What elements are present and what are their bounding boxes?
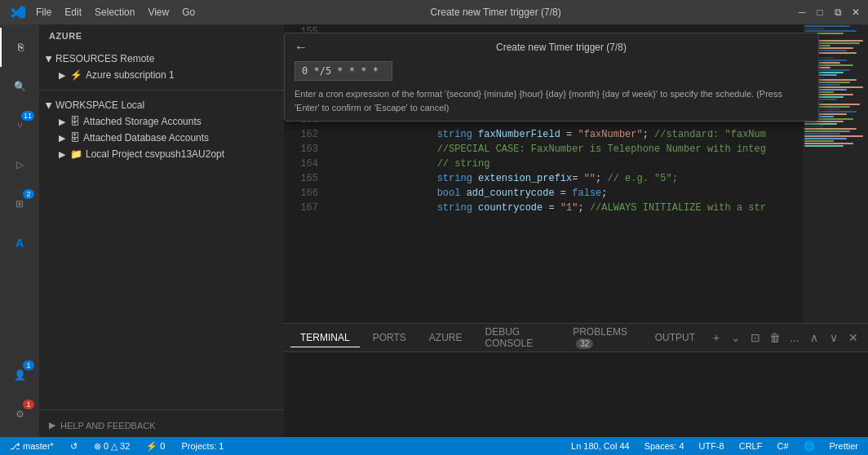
menu-view[interactable]: View [148,7,169,18]
source-control-icon: ⑂ [17,120,23,131]
tab-output[interactable]: OUTPUT [645,329,705,347]
new-terminal-button[interactable]: + [708,329,724,346]
accounts-badge: 1 [23,360,34,370]
panel-down-button[interactable]: ∨ [826,329,842,346]
activity-settings[interactable]: ⚙ 1 [0,395,39,434]
popup-header: ← Create new Timer trigger (7/8) [294,40,808,55]
split-button[interactable]: ⧉ [832,7,844,18]
menu-go[interactable]: Go [182,7,195,18]
activity-accounts[interactable]: 👤 1 [0,356,39,395]
title-bar: File Edit Selection View Go Create new T… [0,0,868,24]
activity-extensions[interactable]: ⊞ 2 [0,184,39,223]
resources-section-header[interactable]: ▶ RESOURCES Remote [39,51,284,67]
maximize-button[interactable]: □ [814,7,826,18]
line-ending-status[interactable]: CRLF [736,441,766,451]
help-label: HELP AND FEEDBACK [60,421,156,431]
timer-trigger-popup: ← Create new Timer trigger (7/8) Enter a… [284,33,819,121]
line-num-162: 162 [284,127,318,142]
title-bar-center: Create new Timer trigger (7/8) [431,7,561,18]
tab-debug-console[interactable]: DEBUG CONSOLE [475,323,560,353]
terminal-actions: + ⌄ ⊡ 🗑 ... ∧ ∨ ✕ [708,329,861,346]
problems-badge: 32 [576,338,593,349]
status-bar: ⎇ master* ↺ ⊗ 0 △ 32 ⚡ 0 Projects: 1 Ln … [0,437,868,455]
panel-up-button[interactable]: ∧ [806,329,822,346]
spaces-status[interactable]: Spaces: 4 [641,441,688,451]
status-bar-left: ⎇ master* ↺ ⊗ 0 △ 32 ⚡ 0 Projects: 1 [7,441,227,452]
activity-run-debug[interactable]: ▷ [0,145,39,184]
language-label: C# [777,441,788,451]
activity-explorer[interactable]: ⎘ [0,28,39,67]
activity-status[interactable]: ⚡ 0 [143,441,168,452]
sidebar-spacer [39,166,284,406]
accounts-icon: 👤 [14,369,26,381]
line-num-165: 165 [284,171,318,186]
attached-database-label: Attached Database Accounts [83,132,209,144]
run-debug-icon: ▷ [16,159,24,170]
activity-bottom: 👤 1 ⚙ 1 [0,356,39,437]
maximize-panel-button[interactable]: ⊡ [747,329,764,346]
activity-azure[interactable]: A [0,223,39,263]
storage-icon: 🗄 [70,116,80,127]
cursor-position-label: Ln 180, Col 44 [571,441,630,451]
delete-terminal-button[interactable]: 🗑 [767,329,783,346]
azure-subscription-item[interactable]: ▶ ⚡ Azure subscription 1 [39,67,284,83]
activity-status-icon: ⚡ [146,441,157,452]
explorer-icon: ⎘ [18,42,24,53]
warning-icon: △ [111,441,117,452]
menu-edit[interactable]: Edit [64,7,82,18]
tab-ports[interactable]: PORTS [363,329,416,347]
minimize-button[interactable]: ─ [796,7,808,18]
line-num-164: 164 [284,157,318,171]
local-project-item[interactable]: ▶ 📁 Local Project csvpush13AU2opt [39,146,284,162]
workspace-section-header[interactable]: ▶ WORKSPACE Local [39,97,284,113]
errors-status[interactable]: ⊗ 0 △ 32 [91,441,133,452]
line-num-167: 167 [284,201,318,215]
more-actions-button[interactable]: ... [786,329,803,346]
close-button[interactable]: ✕ [850,7,861,18]
menu-selection[interactable]: Selection [95,7,135,18]
lightning-icon: ⚡ [70,69,82,81]
activity-bar: ⎘ 🔍 ⑂ 11 ▷ ⊞ 2 A 👤 1 ⚙ 1 [0,24,39,437]
prettier-status[interactable]: Prettier [826,441,861,451]
projects-status[interactable]: Projects: 1 [178,441,227,451]
encoding-status[interactable]: UTF-8 [696,441,728,451]
help-feedback[interactable]: ▶ HELP AND FEEDBACK [39,413,284,437]
split-terminal-button[interactable]: ⌄ [728,329,744,346]
tab-problems[interactable]: PROBLEMS 32 [563,323,641,353]
resources-section: ▶ RESOURCES Remote ▶ ⚡ Azure subscriptio… [39,47,284,86]
title-bar-left: File Edit Selection View Go [7,1,195,24]
tab-azure[interactable]: AZURE [419,329,472,347]
cursor-position-status[interactable]: Ln 180, Col 44 [568,441,633,451]
sidebar: AZURE ▶ RESOURCES Remote ▶ ⚡ Azure subsc… [39,24,284,437]
attached-storage-item[interactable]: ▶ 🗄 Attached Storage Accounts [39,113,284,130]
activity-source-control[interactable]: ⑂ 11 [0,106,39,145]
line-ending-label: CRLF [739,441,763,451]
globe-status[interactable]: 🌐 [800,441,818,452]
language-status[interactable]: C# [773,441,791,451]
git-branch-status[interactable]: ⎇ master* [7,441,57,452]
popup-back-button[interactable]: ← [294,40,308,55]
sync-status[interactable]: ↺ [67,441,81,452]
tab-terminal[interactable]: TERMINAL [290,329,360,347]
cron-expression-input[interactable] [294,61,392,81]
menu-file[interactable]: File [36,7,51,18]
error-icon: ⊗ [94,441,101,452]
popup-hint: Enter a cron expression of the format '{… [294,87,808,114]
popup-title: Create new Timer trigger (7/8) [314,42,808,53]
close-panel-button[interactable]: ✕ [845,329,861,346]
git-branch-label: master* [23,441,54,451]
source-control-badge: 11 [21,111,34,121]
extensions-badge: 2 [23,189,34,199]
attached-database-item[interactable]: ▶ 🗄 Attached Database Accounts [39,130,284,146]
terminal-content[interactable] [284,352,868,437]
sync-icon: ↺ [70,441,78,452]
local-project-label: Local Project csvpush13AU2opt [86,148,224,160]
encoding-label: UTF-8 [699,441,724,451]
subscription-icon: ▶ [59,70,65,81]
resources-chevron: ▶ [45,55,54,62]
activity-search[interactable]: 🔍 [0,67,39,106]
line-num-166: 166 [284,186,318,201]
warning-count: 32 [120,441,130,451]
error-count: 0 [104,441,108,451]
settings-badge: 1 [23,400,34,409]
